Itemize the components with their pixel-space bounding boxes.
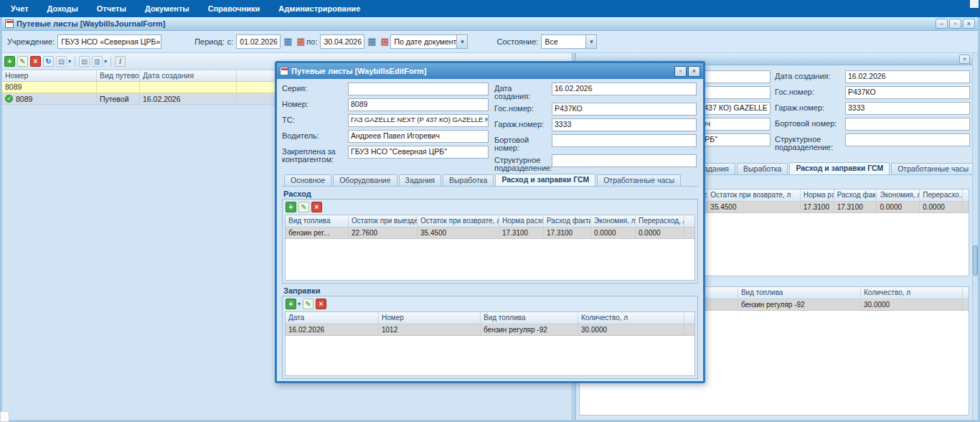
delete-icon[interactable]: × [311,202,322,212]
column-header[interactable]: Вид топлива [738,287,861,299]
column-header-number[interactable]: Номер [2,70,97,81]
menu-dohody[interactable]: Доходы [38,0,88,17]
menu-administrirovanie[interactable]: Администрирование [269,0,369,17]
table-empty-area [286,239,694,280]
edit-icon[interactable]: ✎ [303,299,314,309]
column-header[interactable]: Дата [286,312,379,324]
tab-otrabotannye-chasy[interactable]: Отработанные часы [891,163,972,174]
tab-otrabotannye-chasy[interactable]: Отработанные часы [597,174,681,186]
menu-otchety[interactable]: Отчеты [88,0,136,17]
dialog-titlebar[interactable]: Путевые листы [WaybillsEditForm] ▫ × [277,63,703,79]
state-combo[interactable]: Все ▾ [541,34,597,49]
edit-icon[interactable]: ✎ [17,56,28,67]
created-date-input[interactable]: 16.02.2026 [552,83,697,95]
tab-oborudovanie[interactable]: Оборудование [333,174,397,186]
calendar-icon[interactable]: ▦ [366,36,377,47]
column-header[interactable]: Перерасход, л. [636,215,684,227]
table-row[interactable]: бензин рег... 22.7600 35.4500 17.3100 17… [286,228,694,239]
filter-kind-cell[interactable] [97,82,140,93]
delete-icon[interactable]: × [30,56,41,67]
date-to-input[interactable]: 30.04.2026 [320,34,364,49]
close-icon[interactable]: × [963,19,975,29]
tab-rashod-gsm[interactable]: Расход и заправки ГСМ [495,174,595,186]
column-header[interactable]: Количество, л [861,287,963,299]
chevron-down-icon[interactable]: ▾ [298,301,301,307]
number-input[interactable]: 8089 [348,98,489,111]
contractor-input[interactable]: ГБУЗ НСО "Северная ЦРБ" [348,146,489,159]
refresh-icon[interactable]: ↻ [43,56,54,67]
table-header: Вид топлива Остаток при выезде, л Остато… [286,215,694,228]
vehicle-input[interactable]: ГАЗ GAZELLE NEXT (Р 437 КО) GAZELLE NEXT [348,114,489,127]
column-header[interactable]: Экономия, л. [877,189,920,201]
calendar-icon[interactable]: ▦ [282,36,293,47]
export-icon[interactable]: ▤ [79,56,90,67]
reports-icon[interactable]: ▤ [56,56,67,67]
institution-input[interactable]: ГБУЗ НСО «Северная ЦРБ» [57,34,161,49]
cell-filler [963,299,969,310]
table-row[interactable]: 16.02.2026 1012 бензин регуляр -92 30.00… [286,324,694,336]
department-field[interactable] [845,133,970,146]
add-icon[interactable]: + [286,299,296,309]
restore-icon[interactable]: ▫ [674,66,687,77]
restore-icon[interactable]: ▫ [949,19,961,29]
tab-vyrabotka[interactable]: Выработка [737,163,788,174]
clear-date-icon[interactable]: ▦ [295,36,306,47]
created-date-field[interactable]: 16.02.2026 [845,70,970,83]
department-input[interactable] [552,154,697,167]
column-header[interactable]: Экономия, л. [591,215,636,227]
column-header[interactable]: Перерасхо... [920,189,963,201]
filter-number-cell[interactable]: 8089 [2,82,97,93]
tab-rashod-gsm[interactable]: Расход и заправки ГСМ [789,162,890,174]
tab-vyrabotka[interactable]: Выработка [443,174,494,186]
column-header[interactable]: Остаток при выезде, л [349,215,418,227]
collapse-panel-icon[interactable]: » [959,55,970,64]
add-icon[interactable]: + [4,56,15,67]
garage-number-field[interactable]: 3333 [845,102,970,115]
column-header[interactable]: Норма расхо... [499,215,544,227]
column-header[interactable]: Расход факти... [544,215,591,227]
add-icon[interactable]: + [286,202,296,212]
tab-osnovnoe[interactable]: Основное [284,174,331,186]
top-right-artifact [970,0,979,8]
date-from-input[interactable]: 01.02.2026 [236,34,281,49]
cell: 30.0000 [861,299,963,310]
column-header[interactable]: Вид топлива [286,215,349,227]
tab-zadaniya[interactable]: Задания [399,174,442,186]
board-number-input[interactable] [552,134,697,147]
chevron-down-icon[interactable]: ▾ [104,58,107,65]
print-icon[interactable]: ▥ [92,56,103,67]
cell-filler [963,202,969,212]
column-header[interactable]: Норма рас... [801,189,834,201]
scrollbar-thumb[interactable] [973,245,978,276]
state-number-input[interactable]: Р437КО [552,103,697,116]
minimize-icon[interactable]: – [936,19,948,29]
series-input[interactable] [348,83,489,95]
edit-icon[interactable]: ✎ [298,202,309,212]
column-header[interactable]: Остаток при возврате, л [418,215,499,227]
column-header[interactable]: Остаток при возврате, л [707,189,800,201]
chevron-down-icon[interactable]: ▾ [585,34,597,49]
column-header-created[interactable]: Дата создания [140,70,237,81]
menu-spravochniki[interactable]: Справочники [199,0,270,17]
chevron-down-icon[interactable]: ▾ [456,34,468,49]
column-header[interactable]: Номер [379,312,481,324]
driver-input[interactable]: Андреев Павел Игоревич [348,130,489,143]
delete-icon[interactable]: × [316,299,326,309]
close-icon[interactable]: × [688,66,700,77]
state-number-field[interactable]: Р437КО [845,86,970,99]
column-header[interactable]: Количество, л [578,312,684,324]
vertical-scrollbar[interactable] [972,53,978,420]
column-header-kind[interactable]: Вид путево... [97,70,140,81]
date-mode-combo[interactable]: По дате документа ▾ [390,34,468,49]
menu-dokumenty[interactable]: Документы [136,0,199,17]
field-label: Дата создания: [494,83,552,100]
board-number-field[interactable] [845,118,970,131]
chevron-down-icon[interactable]: ▾ [68,58,71,65]
garage-number-input[interactable]: 3333 [552,118,697,131]
column-header[interactable]: Расход фак... [834,189,877,201]
column-header[interactable]: Вид топлива [481,312,578,324]
clear-date-icon[interactable]: ▦ [379,36,390,47]
info-icon[interactable]: i [115,56,126,67]
filter-created-cell[interactable] [140,82,237,93]
menu-uchet[interactable]: Учет [1,0,38,17]
